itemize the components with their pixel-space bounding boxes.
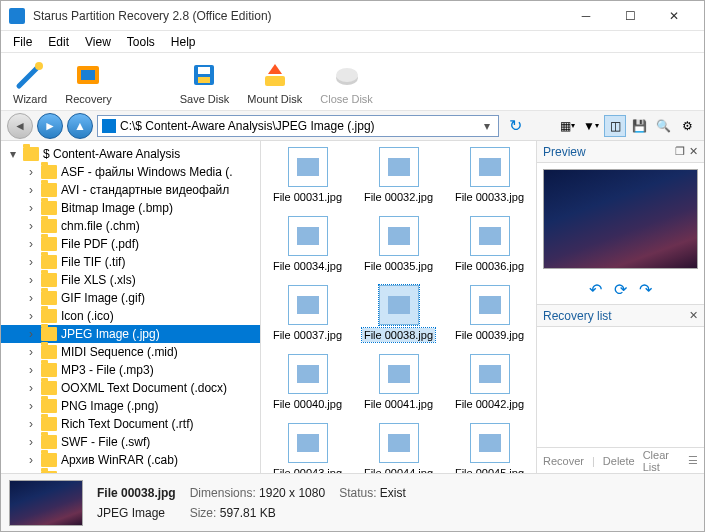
search-button[interactable]: 🔍 (652, 115, 674, 137)
image-icon (470, 423, 510, 463)
file-item[interactable]: File 00034.jpg (265, 216, 351, 273)
menu-edit[interactable]: Edit (40, 33, 77, 51)
file-item[interactable]: File 00043.jpg (265, 423, 351, 473)
file-grid[interactable]: File 00031.jpgFile 00032.jpgFile 00033.j… (261, 141, 536, 473)
file-label: File 00040.jpg (271, 397, 344, 411)
maximize-button[interactable]: ☐ (608, 2, 652, 30)
tree-item[interactable]: ›SWF - File (.swf) (1, 433, 260, 451)
svg-rect-6 (265, 76, 285, 86)
tree-item[interactable]: ›PNG Image (.png) (1, 397, 260, 415)
save-disk-icon (188, 59, 220, 91)
nav-forward-button[interactable]: ► (37, 113, 63, 139)
tree-item[interactable]: ›GIF Image (.gif) (1, 289, 260, 307)
tree-item[interactable]: ›Архив WinRAR (.cab) (1, 451, 260, 469)
address-dropdown[interactable]: ▾ (480, 119, 494, 133)
file-label: File 00038.jpg (362, 328, 435, 342)
right-panel: Preview ❐ ✕ ↶ ⟳ ↷ Recovery list ✕ Recove… (536, 141, 704, 473)
image-icon (379, 423, 419, 463)
file-item[interactable]: File 00031.jpg (265, 147, 351, 204)
rotate-left-button[interactable]: ↶ (589, 280, 602, 299)
menu-tools[interactable]: Tools (119, 33, 163, 51)
body: ▾$ Content-Aware Analysis›ASF - файлы Wi… (1, 141, 704, 473)
preview-pane-button[interactable]: ◫ (604, 115, 626, 137)
tree-item[interactable]: ›File PDF (.pdf) (1, 235, 260, 253)
file-label: File 00041.jpg (362, 397, 435, 411)
file-item[interactable]: File 00038.jpg (356, 285, 442, 342)
tree-item[interactable]: ›MIDI Sequence (.mid) (1, 343, 260, 361)
recovery-list[interactable] (537, 327, 704, 447)
options-button[interactable]: ⚙ (676, 115, 698, 137)
file-label: File 00042.jpg (453, 397, 526, 411)
minimize-button[interactable]: ─ (564, 2, 608, 30)
nav-up-button[interactable]: ▲ (67, 113, 93, 139)
file-item[interactable]: File 00039.jpg (447, 285, 533, 342)
tree-item[interactable]: ›OOXML Text Document (.docx) (1, 379, 260, 397)
navbar: ◄ ► ▲ C:\$ Content-Aware Analysis\JPEG I… (1, 111, 704, 141)
file-item[interactable]: File 00037.jpg (265, 285, 351, 342)
wizard-button[interactable]: Wizard (9, 57, 51, 107)
file-item[interactable]: File 00042.jpg (447, 354, 533, 411)
close-button[interactable]: ✕ (652, 2, 696, 30)
recovery-icon (72, 59, 104, 91)
recovery-list-header: Recovery list ✕ (537, 305, 704, 327)
recover-button[interactable]: Recover (541, 455, 586, 467)
tree-item[interactable]: ›Bitmap Image (.bmp) (1, 199, 260, 217)
tree-item[interactable]: ›JPEG Image (.jpg) (1, 325, 260, 343)
reset-rotation-button[interactable]: ⟳ (614, 280, 627, 299)
tree-item[interactable]: ›chm.file (.chm) (1, 217, 260, 235)
status-filename: File 00038.jpg (97, 486, 176, 500)
mount-disk-button[interactable]: Mount Disk (243, 57, 306, 107)
file-item[interactable]: File 00032.jpg (356, 147, 442, 204)
tree-item[interactable]: ›File TIF (.tif) (1, 253, 260, 271)
rotate-right-button[interactable]: ↷ (639, 280, 652, 299)
file-item[interactable]: File 00036.jpg (447, 216, 533, 273)
main-toolbar: Wizard Recovery Save Disk Mount Disk Clo… (1, 53, 704, 111)
folder-tree[interactable]: ▾$ Content-Aware Analysis›ASF - файлы Wi… (1, 141, 261, 473)
file-item[interactable]: File 00033.jpg (447, 147, 533, 204)
preview-close-button[interactable]: ✕ (689, 145, 698, 158)
refresh-button[interactable]: ↻ (503, 116, 528, 135)
recovery-button[interactable]: Recovery (61, 57, 115, 107)
image-icon (288, 423, 328, 463)
recovery-toolbar: Recover | Delete Clear List ☰ (537, 447, 704, 473)
image-icon (288, 354, 328, 394)
list-view-button[interactable]: ☰ (686, 454, 700, 467)
file-item[interactable]: File 00041.jpg (356, 354, 442, 411)
menu-view[interactable]: View (77, 33, 119, 51)
save-panel-button[interactable]: 💾 (628, 115, 650, 137)
svg-rect-2 (81, 70, 95, 80)
drive-icon (102, 119, 116, 133)
image-icon (470, 216, 510, 256)
preview-title: Preview (543, 145, 586, 159)
tree-root[interactable]: ▾$ Content-Aware Analysis (1, 145, 260, 163)
delete-button[interactable]: Delete (601, 455, 637, 467)
app-icon (9, 8, 25, 24)
view-thumbnails-button[interactable]: ▦▾ (556, 115, 578, 137)
menu-file[interactable]: File (5, 33, 40, 51)
tree-item[interactable]: ›MP3 - File (.mp3) (1, 361, 260, 379)
image-icon (470, 285, 510, 325)
tree-item[interactable]: ›ASF - файлы Windows Media (. (1, 163, 260, 181)
tree-item[interactable]: ›AVI - стандартные видеофайл (1, 181, 260, 199)
preview-popout-button[interactable]: ❐ (675, 145, 685, 158)
clear-list-button[interactable]: Clear List (641, 449, 674, 473)
tree-item[interactable]: ›Rich Text Document (.rtf) (1, 415, 260, 433)
save-disk-button[interactable]: Save Disk (176, 57, 234, 107)
tree-item[interactable]: ›File XLS (.xls) (1, 271, 260, 289)
close-disk-icon (331, 59, 363, 91)
preview-image (543, 169, 698, 269)
filter-button[interactable]: ▼▾ (580, 115, 602, 137)
address-text: C:\$ Content-Aware Analysis\JPEG Image (… (120, 119, 476, 133)
recovery-list-close-button[interactable]: ✕ (689, 309, 698, 322)
file-item[interactable]: File 00045.jpg (447, 423, 533, 473)
nav-back-button[interactable]: ◄ (7, 113, 33, 139)
tree-item[interactable]: ›Icon (.ico) (1, 307, 260, 325)
menu-help[interactable]: Help (163, 33, 204, 51)
file-label: File 00037.jpg (271, 328, 344, 342)
address-bar[interactable]: C:\$ Content-Aware Analysis\JPEG Image (… (97, 115, 499, 137)
view-buttons: ▦▾ ▼▾ ◫ 💾 🔍 ⚙ (556, 115, 698, 137)
image-icon (470, 147, 510, 187)
file-item[interactable]: File 00044.jpg (356, 423, 442, 473)
file-item[interactable]: File 00040.jpg (265, 354, 351, 411)
file-item[interactable]: File 00035.jpg (356, 216, 442, 273)
